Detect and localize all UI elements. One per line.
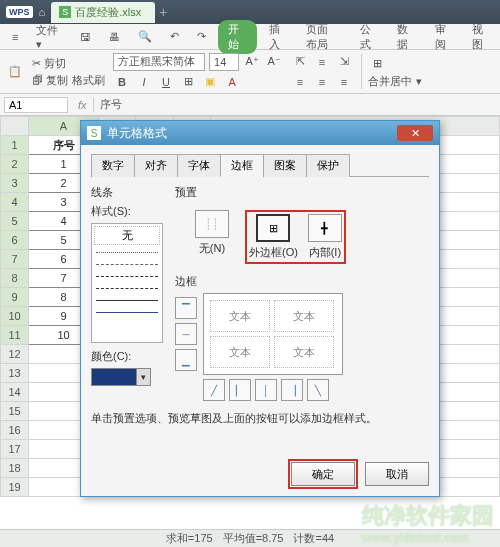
paste-icon[interactable]: 📋 — [6, 63, 24, 81]
row-12[interactable]: 12 — [1, 345, 29, 364]
row-1[interactable]: 1 — [1, 136, 29, 155]
row-6[interactable]: 6 — [1, 231, 29, 250]
align-center-icon[interactable]: ≡ — [313, 73, 331, 91]
border-bottom-button[interactable]: ▁ — [175, 349, 197, 371]
style-list[interactable]: 无 — [91, 223, 163, 343]
underline-icon[interactable]: U — [157, 73, 175, 91]
undo-icon[interactable]: ↶ — [164, 28, 185, 45]
color-picker[interactable]: ▾ — [91, 368, 151, 386]
fx-icon[interactable]: fx — [78, 99, 87, 111]
tab-align[interactable]: 对齐 — [134, 154, 178, 177]
row-10[interactable]: 10 — [1, 307, 29, 326]
style-dash2[interactable] — [96, 276, 158, 277]
preset-outer-label: 外边框(O) — [249, 245, 298, 260]
status-sum: 求和=175 — [166, 531, 213, 546]
decrease-font-icon[interactable]: A⁻ — [265, 53, 283, 71]
add-tab-icon[interactable]: + — [159, 4, 167, 20]
style-solid[interactable] — [96, 300, 158, 301]
dialog-titlebar[interactable]: S 单元格格式 ✕ — [81, 121, 439, 145]
row-17[interactable]: 17 — [1, 440, 29, 459]
font-combo[interactable]: 方正粗黑宋简体 — [113, 53, 205, 71]
tab-insert[interactable]: 插入 — [263, 20, 291, 54]
corner[interactable] — [1, 117, 29, 136]
style-dash3[interactable] — [96, 288, 158, 289]
border-vmid-button[interactable]: │ — [255, 379, 277, 401]
ok-button[interactable]: 确定 — [291, 462, 355, 486]
chevron-down-icon[interactable]: ▾ — [136, 369, 150, 385]
style-none[interactable]: 无 — [94, 226, 160, 245]
tab-start[interactable]: 开始 — [218, 20, 256, 54]
tab-pattern[interactable]: 图案 — [263, 154, 307, 177]
save-icon[interactable]: 🖫 — [74, 29, 97, 45]
border-diag1-button[interactable]: ╱ — [203, 379, 225, 401]
align-left-icon[interactable]: ≡ — [291, 73, 309, 91]
preview-icon[interactable]: 🔍 — [132, 28, 158, 45]
border-section-label: 边框 — [175, 274, 429, 289]
row-13[interactable]: 13 — [1, 364, 29, 383]
row-8[interactable]: 8 — [1, 269, 29, 288]
name-box[interactable] — [4, 97, 68, 113]
increase-font-icon[interactable]: A⁺ — [243, 53, 261, 71]
preset-none[interactable]: ┊┊ 无(N) — [195, 210, 229, 264]
tab-font[interactable]: 字体 — [177, 154, 221, 177]
print-icon[interactable]: 🖶 — [103, 29, 126, 45]
redo-icon[interactable]: ↷ — [191, 28, 212, 45]
cancel-button[interactable]: 取消 — [365, 462, 429, 486]
file-menu[interactable]: 文件 ▾ — [30, 21, 68, 53]
bold-icon[interactable]: B — [113, 73, 131, 91]
align-right-icon[interactable]: ≡ — [335, 73, 353, 91]
row-18[interactable]: 18 — [1, 459, 29, 478]
row-14[interactable]: 14 — [1, 383, 29, 402]
preset-outer[interactable]: ⊞ 外边框(O) — [249, 214, 298, 260]
tab-formula[interactable]: 公式 — [354, 20, 382, 54]
row-9[interactable]: 9 — [1, 288, 29, 307]
copy-button[interactable]: 🗐 复制 — [32, 73, 68, 88]
border-preview[interactable]: 文本 文本 文本 文本 — [203, 293, 343, 375]
row-19[interactable]: 19 — [1, 478, 29, 497]
tab-number[interactable]: 数字 — [91, 154, 135, 177]
tab-review[interactable]: 审阅 — [429, 20, 457, 54]
style-thick[interactable] — [96, 312, 158, 313]
row-2[interactable]: 2 — [1, 155, 29, 174]
row-3[interactable]: 3 — [1, 174, 29, 193]
menu-dropdown[interactable]: ≡ — [6, 29, 24, 45]
formula-input[interactable]: 序号 — [93, 97, 500, 112]
close-icon[interactable]: ✕ — [397, 125, 433, 141]
border-hmid-button[interactable]: ─ — [175, 323, 197, 345]
border-icon[interactable]: ⊞ — [179, 73, 197, 91]
tab-view[interactable]: 视图 — [466, 20, 494, 54]
border-diag2-button[interactable]: ╲ — [307, 379, 329, 401]
merge-icon[interactable]: ⊞ — [368, 54, 386, 72]
border-right-button[interactable]: ▕ — [281, 379, 303, 401]
row-7[interactable]: 7 — [1, 250, 29, 269]
row-4[interactable]: 4 — [1, 193, 29, 212]
row-16[interactable]: 16 — [1, 421, 29, 440]
preview-cell: 文本 — [274, 300, 334, 332]
tab-layout[interactable]: 页面布局 — [300, 20, 343, 54]
home-icon[interactable]: ⌂ — [39, 6, 46, 18]
tab-border[interactable]: 边框 — [220, 154, 264, 177]
border-top-button[interactable]: ▔ — [175, 297, 197, 319]
style-dot[interactable] — [96, 252, 158, 253]
preset-none-label: 无(N) — [199, 241, 225, 256]
row-5[interactable]: 5 — [1, 212, 29, 231]
italic-icon[interactable]: I — [135, 73, 153, 91]
align-top-icon[interactable]: ⇱ — [291, 53, 309, 71]
dialog-title: 单元格格式 — [107, 125, 167, 142]
tab-data[interactable]: 数据 — [391, 20, 419, 54]
border-left-button[interactable]: ▏ — [229, 379, 251, 401]
align-bot-icon[interactable]: ⇲ — [335, 53, 353, 71]
size-combo[interactable]: 14 — [209, 53, 239, 71]
merge-label[interactable]: 合并居中 — [368, 74, 412, 89]
format-painter[interactable]: 格式刷 — [72, 73, 105, 88]
align-mid-icon[interactable]: ≡ — [313, 53, 331, 71]
tab-protect[interactable]: 保护 — [306, 154, 350, 177]
font-color-icon[interactable]: A — [223, 73, 241, 91]
style-dash1[interactable] — [96, 264, 158, 265]
fill-color-icon[interactable]: ▣ — [201, 73, 219, 91]
row-15[interactable]: 15 — [1, 402, 29, 421]
preset-inner[interactable]: ╋ 内部(I) — [308, 214, 342, 260]
cut-button[interactable]: ✂ 剪切 — [32, 56, 66, 71]
row-11[interactable]: 11 — [1, 326, 29, 345]
file-tab[interactable]: S 百度经验.xlsx — [51, 2, 155, 23]
